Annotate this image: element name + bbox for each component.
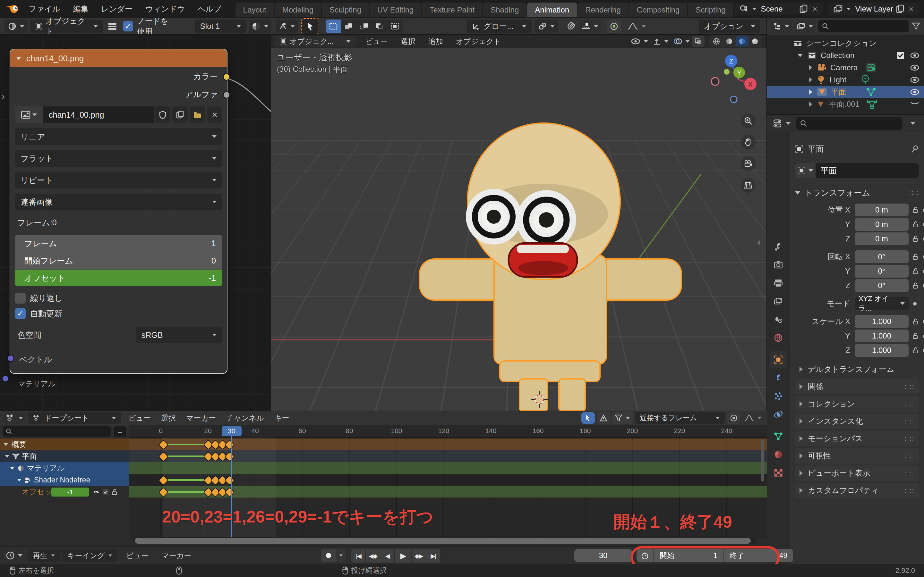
remove-view-layer-icon[interactable]: ×: [909, 4, 914, 14]
scene-selector[interactable]: Scene ×: [734, 3, 822, 15]
pivot-point-dropdown[interactable]: [535, 19, 558, 33]
menubar-item-ヘルプ[interactable]: ヘルプ: [191, 4, 228, 14]
auto-keying-dropdown[interactable]: [336, 549, 346, 562]
lock-icon[interactable]: [913, 221, 918, 228]
frames-field[interactable]: フレーム1: [15, 235, 222, 252]
shader-type-dropdown[interactable]: オブジェクト: [30, 19, 103, 33]
key-band-マテリアル[interactable]: [129, 462, 767, 474]
source-dropdown[interactable]: 連番画像: [15, 193, 222, 210]
show-hidden-toggle[interactable]: [597, 412, 610, 424]
object-id-dropdown[interactable]: [795, 163, 816, 178]
panel-デルタトランスフォーム[interactable]: デルタトランスフォーム: [795, 362, 919, 377]
workspace-tab-Shading[interactable]: Shading: [483, 3, 527, 17]
sidebar-expand-icon[interactable]: ›: [1, 90, 5, 102]
current-frame-field[interactable]: 30: [574, 549, 632, 562]
properties-search-field[interactable]: [796, 117, 902, 130]
dopesheet-menu-マーカー[interactable]: マーカー: [181, 413, 221, 423]
scene-name[interactable]: Scene: [761, 5, 800, 13]
select-mode-intersect[interactable]: [387, 19, 403, 33]
animate-dot[interactable]: [923, 255, 924, 259]
object-visibility-dropdown[interactable]: [631, 37, 648, 45]
transport-prev-keyframe[interactable]: ◀◆: [366, 549, 380, 562]
use-nodes-toggle[interactable]: ✓ ノードを使用: [123, 16, 174, 37]
vertical-scrollbar[interactable]: [761, 440, 764, 482]
object-name-field[interactable]: 平面: [816, 163, 919, 178]
vector-input-socket[interactable]: [7, 355, 14, 362]
channel-offset-fcurve[interactable]: オフセット -1: [0, 486, 129, 498]
node-header[interactable]: chan14_00.png: [10, 49, 227, 67]
rotation-mode-dropdown[interactable]: XYZ オイラ...: [855, 297, 909, 310]
transform-value-field[interactable]: 0°: [855, 279, 909, 292]
properties-tab-scene[interactable]: [770, 311, 787, 328]
eye-closed-icon[interactable]: [910, 101, 919, 107]
falloff-keys-dropdown[interactable]: [742, 412, 764, 424]
viewport-menu-オブジェクト[interactable]: オブジェクト: [449, 37, 507, 47]
outliner-search-field[interactable]: [818, 20, 909, 32]
checkbox-icon[interactable]: [897, 51, 905, 60]
zoom-tool-button[interactable]: [741, 113, 756, 128]
transform-value-field[interactable]: 1.000: [855, 315, 909, 328]
lock-icon[interactable]: [913, 253, 918, 260]
open-image-button[interactable]: [190, 106, 205, 123]
outliner-row-collection[interactable]: Collection: [767, 49, 924, 61]
channel-summary[interactable]: 概要: [0, 438, 129, 450]
node-output-alpha[interactable]: アルファ: [15, 85, 222, 103]
properties-tab-modifiers[interactable]: [770, 370, 787, 386]
menubar-item-ウィンドウ[interactable]: ウィンドウ: [139, 4, 191, 14]
mesh-data-icon[interactable]: [866, 87, 877, 97]
channel-shader-nodetree[interactable]: Shader Nodetree: [0, 474, 129, 486]
workspace-tab-UV Editing[interactable]: UV Editing: [370, 3, 422, 17]
nearby-frame-dropdown[interactable]: 近接するフレーム: [635, 412, 725, 424]
extension-dropdown[interactable]: リピート: [15, 172, 222, 189]
shading-wireframe-button[interactable]: [710, 36, 723, 47]
properties-filter-dropdown[interactable]: [905, 117, 920, 130]
animate-dot[interactable]: [923, 284, 924, 287]
properties-tab-world[interactable]: [770, 330, 787, 346]
properties-tab-object-data[interactable]: [770, 428, 787, 445]
outliner-row-scene-collection[interactable]: シーンコレクション: [767, 37, 924, 49]
shader-editor[interactable]: › chan14_00.png カラー アルファ: [0, 35, 271, 411]
image-texture-node[interactable]: chan14_00.png カラー アルファ chan14_00.png: [10, 49, 228, 374]
mesh-data-icon[interactable]: [867, 99, 877, 109]
interaction-mode-dropdown[interactable]: オブジェク...: [275, 36, 356, 47]
navigation-gizmo[interactable]: Z Y X: [711, 54, 766, 108]
breadcrumb-object-name[interactable]: 平面: [808, 143, 824, 154]
pan-hand-button[interactable]: [741, 135, 756, 150]
menubar-item-ファイル[interactable]: ファイル: [22, 4, 66, 14]
interpolation-dropdown[interactable]: リニア: [15, 128, 222, 145]
frame-start-field[interactable]: 開始1: [654, 549, 724, 562]
select-mode-set[interactable]: [326, 19, 341, 33]
animate-dot[interactable]: [913, 302, 917, 306]
workspace-tab-Compositing[interactable]: Compositing: [629, 3, 688, 17]
horizontal-scrollbar[interactable]: [133, 537, 756, 544]
camera-data-icon[interactable]: [865, 63, 876, 73]
shading-solid-button[interactable]: [723, 36, 736, 47]
panel-カスタムプロパティ[interactable]: カスタムプロパティ::::: [795, 483, 919, 498]
workspace-tab-Animation[interactable]: Animation: [527, 3, 577, 17]
auto-refresh-checkbox[interactable]: ✓: [15, 308, 26, 319]
properties-tab-texture[interactable]: [770, 464, 787, 481]
lock-icon[interactable]: [913, 282, 918, 289]
select-mode-invert[interactable]: [372, 19, 387, 33]
outliner-display-mode-dropdown[interactable]: [771, 20, 792, 33]
menubar-item-レンダー[interactable]: レンダー: [95, 4, 139, 14]
offset-value-slider[interactable]: -1: [51, 488, 89, 496]
mute-checkbox-icon[interactable]: [102, 488, 109, 496]
new-scene-icon[interactable]: [800, 5, 808, 13]
panel-ビューポート表示[interactable]: ビューポート表示::::: [795, 466, 919, 481]
playback-menu-再生[interactable]: 再生: [27, 550, 60, 562]
use-preview-range-button[interactable]: [636, 549, 654, 562]
viewport-menu-追加[interactable]: 追加: [422, 37, 449, 47]
transform-value-field[interactable]: 0°: [855, 250, 909, 263]
proportional-editing-button[interactable]: [607, 19, 622, 33]
properties-tab-output[interactable]: [770, 275, 787, 292]
viewport-3d[interactable]: オブジェク... ビュー選択追加オブジェクト ユーザー・透視投影 (30) Co…: [271, 35, 767, 411]
projection-dropdown[interactable]: フラット: [15, 150, 222, 167]
animate-dot[interactable]: [923, 237, 924, 241]
transform-value-field[interactable]: 1.000: [855, 344, 909, 357]
filter-dropdown[interactable]: [612, 412, 633, 424]
orthographic-toggle-button[interactable]: [741, 178, 756, 193]
transform-panel-header[interactable]: トランスフォーム ::::: [795, 187, 919, 198]
panel-インスタンス化[interactable]: インスタンス化::::: [795, 414, 919, 429]
only-selected-toggle[interactable]: [582, 412, 595, 424]
